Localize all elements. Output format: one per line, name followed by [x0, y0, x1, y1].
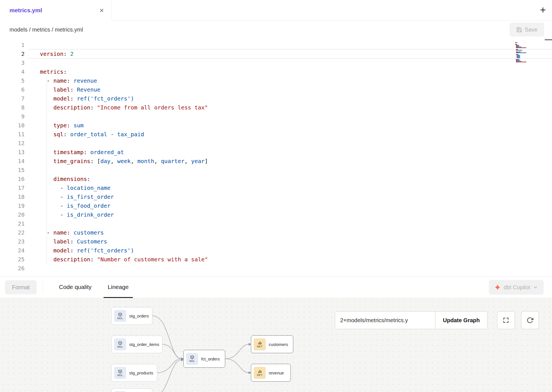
format-button[interactable]: Format [5, 280, 37, 294]
code-token: metrics [40, 68, 63, 75]
line-number: 23 [0, 237, 25, 246]
refresh-icon [527, 317, 533, 324]
overview-ruler-mark [545, 39, 552, 40]
cube-icon [118, 341, 122, 345]
code-line [40, 166, 208, 175]
refresh-button[interactable] [521, 311, 539, 329]
code-token: : [63, 68, 67, 75]
line-number: 15 [0, 166, 25, 175]
minimap[interactable] [515, 42, 531, 63]
code-token: week [117, 158, 131, 164]
lineage-node-revenue[interactable]: METrevenue [251, 364, 291, 382]
code-token: - [40, 193, 67, 200]
code-token [40, 238, 53, 245]
minimap-line [515, 62, 531, 62]
code-token: name [53, 77, 67, 84]
code-token: , [184, 158, 191, 164]
tab-code-quality[interactable]: Code quality [55, 277, 96, 298]
code-line: - is_drink_order [40, 210, 208, 219]
panel-tabs: Code quality Lineage [55, 277, 141, 298]
cube-icon [118, 312, 122, 317]
code-line [40, 264, 208, 273]
code-token: : [70, 95, 77, 102]
line-number: 10 [0, 121, 25, 130]
cube-icon [118, 369, 122, 374]
lineage-selector-input[interactable] [335, 312, 435, 329]
node-label: fct_orders [201, 357, 220, 361]
code-token: description [53, 256, 90, 263]
code-line: - name: customers [40, 228, 208, 237]
editor-gutter: 1234567891011121314151617181920212223242… [0, 40, 25, 273]
close-tab-icon[interactable]: × [100, 7, 104, 14]
line-number: 14 [0, 157, 25, 166]
code-token: : [70, 247, 77, 254]
tab-metrics-yml[interactable]: metrics.yml × [0, 0, 112, 20]
code-token: version [40, 51, 63, 57]
model-icon: MDL [114, 338, 126, 350]
lineage-node-stg_order_items[interactable]: MDLstg_order_items [111, 336, 162, 353]
code-token: dimensions [53, 176, 87, 182]
code-token: month [137, 158, 154, 164]
code-line: time_grains: [day, week, month, quarter,… [40, 157, 208, 166]
code-token: year [191, 158, 205, 164]
lineage-node-fct_orders[interactable]: MDLfct_orders [183, 350, 225, 368]
node-label: stg_order_items [129, 342, 159, 347]
toolbar-divider [43, 281, 43, 294]
line-number: 13 [0, 148, 25, 157]
code-token: : [87, 176, 90, 182]
code-line: timestamp: ordered_at [40, 148, 208, 157]
line-number: 2 [0, 49, 25, 58]
node-kind-label: MET [257, 345, 263, 348]
minimap-line [515, 44, 531, 45]
code-editor[interactable]: 1234567891011121314151617181920212223242… [0, 39, 552, 276]
code-token [40, 95, 53, 102]
code-token: : [63, 131, 70, 138]
code-pane[interactable]: version: 2metrics: - name: revenue label… [28, 39, 552, 276]
code-token: sum [73, 122, 83, 129]
code-line: model: ref('fct_orders') [40, 94, 208, 103]
code-token: : [ [90, 158, 100, 164]
code-token [40, 158, 53, 164]
minimap-line [515, 49, 531, 50]
code-line [40, 58, 208, 67]
new-tab-button[interactable]: + [540, 0, 546, 20]
code-line: type: sum [40, 121, 208, 130]
code-token: is_first_order [67, 193, 114, 200]
code-token [40, 256, 53, 263]
line-number: 19 [0, 201, 25, 210]
code-token: is_drink_order [67, 211, 114, 218]
code-token: model [53, 95, 70, 102]
update-graph-button[interactable]: Update Graph [435, 312, 487, 329]
code-token: "Number of customers with a sale" [97, 256, 208, 263]
code-token: : [90, 104, 97, 111]
fullscreen-button[interactable] [497, 311, 515, 329]
code-token: time_grains [53, 158, 90, 164]
code-token: ref('fct_orders') [77, 95, 134, 102]
node-kind-label: MDL [189, 360, 195, 362]
code-line: metrics: [40, 67, 208, 76]
minimap-line [515, 42, 531, 43]
lineage-query-group: Update Graph [335, 311, 488, 329]
save-button[interactable]: Save [510, 23, 544, 37]
code-token: , [111, 158, 117, 164]
minimap-line [515, 50, 531, 51]
lineage-node-stg_products[interactable]: MDLstg_products [111, 364, 157, 382]
line-number: 11 [0, 130, 25, 139]
tab-label: metrics.yml [9, 7, 42, 14]
lineage-canvas[interactable]: Update Graph MDLstg_ordersMDLstg_order_i… [0, 298, 552, 392]
dbt-copilot-button[interactable]: dbt Copilot [489, 280, 544, 295]
code-token: 2 [70, 51, 73, 57]
line-number: 9 [0, 112, 25, 121]
model-icon: MDL [114, 310, 126, 322]
node-label: stg_products [129, 371, 153, 375]
fullscreen-icon [503, 317, 509, 324]
lineage-node-stg_orders[interactable]: MDLstg_orders [111, 307, 152, 325]
code-token: timestamp [53, 149, 83, 156]
lineage-node-partial[interactable]: MDL [111, 388, 152, 392]
tab-lineage[interactable]: Lineage [104, 277, 133, 298]
code-token: : [84, 149, 90, 156]
minimap-line [515, 57, 531, 57]
lineage-node-customers[interactable]: METcustomers [251, 335, 293, 353]
code-token: : [70, 86, 77, 93]
line-number: 6 [0, 85, 25, 94]
